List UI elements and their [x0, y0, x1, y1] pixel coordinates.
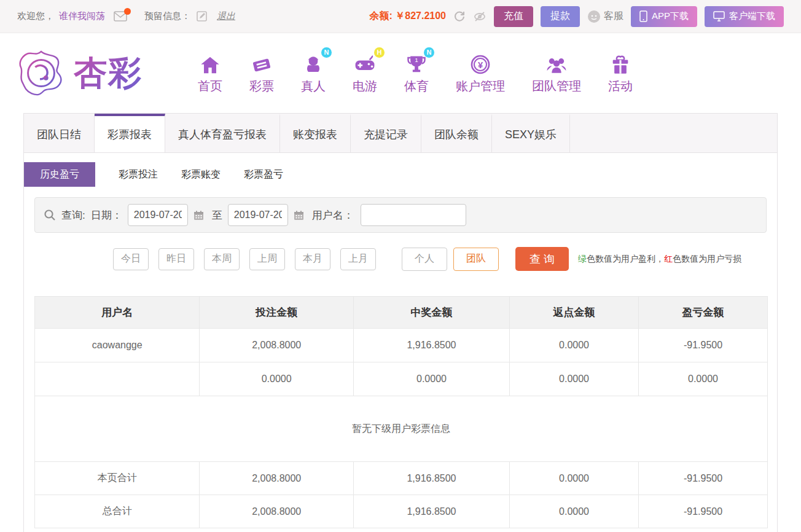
nav-item-account[interactable]: ¥ 账户管理	[456, 52, 505, 95]
col-header-bet-amount: 投注金额	[200, 297, 354, 329]
phone-icon	[639, 10, 647, 22]
subtab-history-pnl[interactable]: 历史盈亏	[24, 162, 95, 187]
cell-win: 0.0000	[353, 362, 509, 396]
site-header: 杏彩 首页 彩票 N	[0, 33, 801, 113]
search-icon	[44, 209, 56, 221]
nav-label: 活动	[608, 78, 633, 95]
filter-today-button[interactable]: 今日	[113, 248, 149, 270]
nav-label: 真人	[301, 78, 326, 95]
subtab-lottery-pnl[interactable]: 彩票盈亏	[244, 168, 283, 181]
customer-service[interactable]: 客服	[587, 10, 623, 23]
badge-new: N	[321, 47, 332, 58]
monitor-icon	[713, 11, 725, 22]
date-from-input[interactable]	[128, 204, 188, 226]
legend-note: 绿色数值为用户盈利，红色数值为用户亏损	[578, 254, 741, 265]
cell-rebate: 0.0000	[510, 462, 639, 495]
nav-item-team[interactable]: 团队管理	[532, 52, 581, 95]
report-tabstrip: 团队日结 彩票报表 真人体育盈亏报表 账变报表 充提记录 团队余额 SEXY娱乐	[24, 114, 777, 153]
welcome-text: 欢迎您，	[17, 10, 54, 22]
legend-green: 绿	[578, 254, 587, 264]
eye-off-icon[interactable]	[473, 11, 486, 22]
nav-item-live[interactable]: N 真人	[301, 52, 326, 95]
table-header-row: 用户名 投注金额 中奖金额 返点金额 盈亏金额	[35, 297, 768, 329]
scope-team-button[interactable]: 团队	[453, 248, 499, 271]
cell-bet: 2,008.8000	[200, 462, 354, 495]
brand-name: 杏彩	[74, 51, 143, 96]
tab-team-balance[interactable]: 团队余额	[421, 114, 492, 152]
client-download-button[interactable]: 客户端下载	[705, 6, 784, 27]
topbar: 欢迎您， 谁伴我闯荡 预留信息： 退出 余额: ￥827.2100	[0, 0, 801, 33]
tab-sexy[interactable]: SEXY娱乐	[492, 114, 570, 152]
tab-deposit-withdraw[interactable]: 充提记录	[351, 114, 421, 152]
withdraw-button[interactable]: 提款	[541, 6, 580, 27]
empty-state-text: 暂无下级用户彩票信息	[35, 396, 768, 462]
edit-icon[interactable]	[197, 11, 207, 22]
cell-rebate: 0.0000	[510, 362, 639, 396]
filter-this-month-button[interactable]: 本月	[295, 248, 330, 270]
table-row: caowangge 2,008.8000 1,916.8500 0.0000 -…	[35, 329, 768, 362]
ticket-icon	[251, 52, 272, 74]
query-label: 查询:	[61, 208, 85, 222]
filter-this-week-button[interactable]: 本周	[204, 248, 240, 270]
cell-profit: -91.9500	[638, 462, 767, 495]
nav-item-sports[interactable]: 1 N 体育	[404, 52, 429, 95]
nav-label: 体育	[404, 78, 429, 95]
balance-value: ￥827.2100	[395, 10, 446, 21]
cell-win: 1,916.8500	[353, 462, 509, 495]
calendar-icon[interactable]	[294, 210, 304, 221]
refresh-icon[interactable]	[453, 10, 466, 23]
cell-bet: 2,008.8000	[200, 329, 354, 362]
report-table: 用户名 投注金额 中奖金额 返点金额 盈亏金额 caowangge 2,008.…	[34, 296, 768, 528]
site-logo[interactable]: 杏彩	[17, 49, 143, 97]
nav-item-home[interactable]: 首页	[198, 52, 222, 95]
report-card: 团队日结 彩票报表 真人体育盈亏报表 账变报表 充提记录 团队余额 SEXY娱乐…	[23, 113, 778, 532]
legend-red: 红	[664, 254, 673, 264]
balance: 余额: ￥827.2100	[369, 10, 446, 23]
scope-filters: 个人 团队	[402, 248, 499, 271]
cell-summary-label: 本页合计	[35, 462, 200, 495]
filter-last-month-button[interactable]: 上月	[340, 248, 376, 270]
home-icon	[200, 52, 220, 74]
cell-bet: 2,008.8000	[200, 495, 354, 528]
logout-link[interactable]: 退出	[217, 10, 235, 22]
table-row: 0.0000 0.0000 0.0000 0.0000	[35, 362, 768, 396]
subtabs: 历史盈亏 彩票投注 彩票账变 彩票盈亏	[24, 162, 777, 187]
date-label: 日期：	[91, 208, 122, 222]
cell-rebate: 0.0000	[510, 495, 639, 528]
cell-bet: 0.0000	[200, 362, 354, 396]
query-button[interactable]: 查 询	[515, 247, 569, 271]
notification-dot	[124, 8, 131, 15]
col-header-username: 用户名	[35, 297, 200, 329]
username-link[interactable]: 谁伴我闯荡	[59, 10, 105, 22]
nav-item-lottery[interactable]: 彩票	[249, 52, 274, 95]
quick-filters: 今日 昨日 本周 上周 本月 上月	[113, 248, 376, 270]
cell-rebate: 0.0000	[510, 329, 639, 362]
nav-label: 账户管理	[456, 78, 505, 95]
cell-win: 1,916.8500	[353, 495, 509, 528]
cell-summary-label: 总合计	[35, 495, 200, 528]
tab-account-change[interactable]: 账变报表	[280, 114, 351, 152]
filter-yesterday-button[interactable]: 昨日	[158, 248, 194, 270]
tab-lottery-report[interactable]: 彩票报表	[95, 114, 165, 152]
calendar-icon[interactable]	[193, 210, 204, 221]
nav-item-egames[interactable]: H 电游	[353, 52, 377, 95]
username-input[interactable]	[361, 204, 466, 226]
filter-last-week-button[interactable]: 上周	[249, 248, 285, 270]
recharge-button[interactable]: 充值	[494, 6, 533, 27]
app-download-label: APP下载	[652, 10, 689, 22]
scope-personal-button[interactable]: 个人	[402, 248, 447, 271]
cell-profit: -91.9500	[638, 495, 767, 528]
cell-username	[35, 362, 200, 396]
nav-item-activity[interactable]: 活动	[608, 52, 633, 95]
tab-live-sports-report[interactable]: 真人体育盈亏报表	[165, 114, 280, 152]
col-header-rebate-amount: 返点金额	[510, 297, 639, 329]
col-header-win-amount: 中奖金额	[353, 297, 509, 329]
mail-icon[interactable]	[114, 11, 127, 22]
subtab-lottery-bets[interactable]: 彩票投注	[119, 168, 158, 181]
badge-hot: H	[374, 47, 385, 58]
tab-team-daily[interactable]: 团队日结	[24, 114, 95, 152]
app-download-button[interactable]: APP下载	[631, 6, 697, 27]
page-total-row: 本页合计 2,008.8000 1,916.8500 0.0000 -91.95…	[35, 462, 768, 495]
subtab-lottery-account-change[interactable]: 彩票账变	[181, 168, 221, 181]
date-to-input[interactable]	[228, 204, 288, 226]
